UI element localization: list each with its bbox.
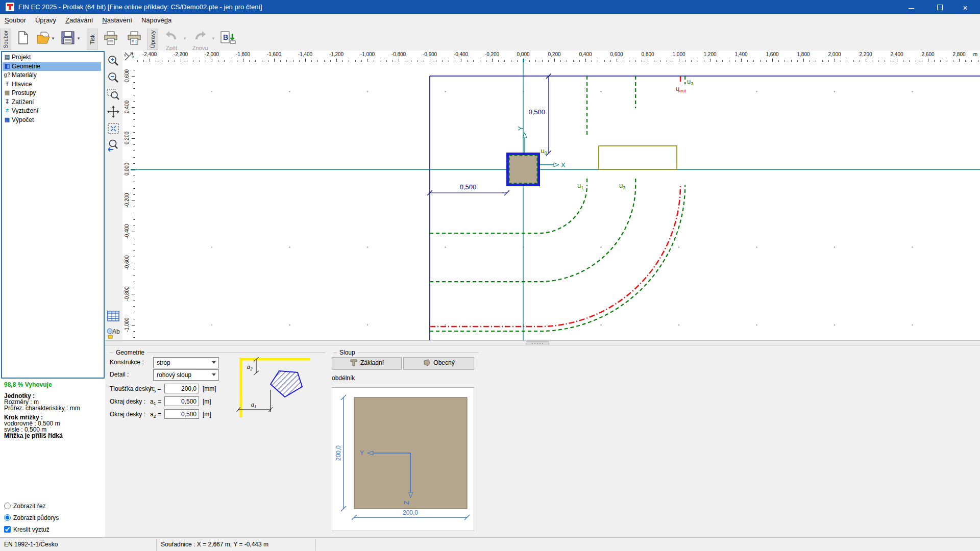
openings-icon: ▦: [3, 89, 12, 96]
sidebar-item-materialy[interactable]: g?Materiály: [3, 71, 101, 80]
save-button[interactable]: [59, 30, 77, 48]
zoom-out-button[interactable]: [106, 71, 121, 86]
window-title: FIN EC 2025 - Protlak (64 bit) [Fine onl…: [18, 3, 262, 11]
zoom-all-button[interactable]: [106, 121, 121, 137]
ruler-tick-label: -1,400: [294, 52, 316, 57]
sidebar-item-prostupy[interactable]: ▦Prostupy: [3, 89, 101, 97]
ruler-tick-label: -2,200: [169, 52, 192, 57]
redo-button[interactable]: Znovu: [190, 30, 210, 48]
sidebar-item-vyztuzeni[interactable]: ≠Vyztužení: [3, 107, 101, 115]
menu-item-soubor[interactable]: Soubor: [0, 14, 31, 27]
ruler-tick-label: -0,600: [124, 253, 130, 273]
radio-zobrazitrez[interactable]: Zobrazit řez: [4, 503, 45, 510]
ruler-tick-label: 0,200: [543, 52, 566, 57]
opening-outline[interactable]: [599, 146, 677, 169]
select-construction[interactable]: strop: [153, 357, 219, 368]
new-file-button[interactable]: [14, 30, 32, 48]
checkbox-input[interactable]: [4, 526, 11, 533]
open-dropdown-arrow[interactable]: ▼: [51, 36, 55, 41]
sidebar-item-projekt[interactable]: ▤Projekt: [3, 53, 101, 62]
view-tool-strip: Ab: [105, 51, 122, 345]
menu-item-napoveda[interactable]: Nápověda: [137, 14, 176, 27]
sidebar-item-vypocet[interactable]: ▦Výpočet: [3, 116, 101, 124]
sidebar-item-label: Vyztužení: [12, 107, 38, 114]
undo-button[interactable]: Zpět: [161, 30, 182, 48]
ruler-tick-label: 0,200: [124, 128, 130, 148]
input-hs[interactable]: 200,0: [164, 384, 199, 393]
ruler-tick-label: -0,800: [124, 284, 130, 304]
column-shape-label: obdélník: [332, 374, 355, 382]
vertical-ruler: 0,6000,4000,2000,000-0,200-0,400-0,600-0…: [122, 62, 136, 340]
control-perimeter-u3[interactable]: [430, 76, 685, 331]
input-a1[interactable]: 0,500: [164, 396, 199, 406]
radio-input[interactable]: [4, 503, 11, 509]
ruler-tick-label: 1,600: [761, 52, 783, 57]
radio-zobrazitpudorys[interactable]: Zobrazit půdorys: [4, 514, 59, 521]
ruler-tick-label: 2,800: [948, 52, 970, 57]
save-dropdown-arrow[interactable]: ▼: [77, 36, 81, 41]
ruler-unit: m: [972, 52, 979, 57]
perimeter-label-u3: u3: [687, 78, 693, 86]
sidebar-item-zatizeni[interactable]: ↧Zatížení: [3, 98, 101, 107]
column-preview: 200,0 200,0 Y Z: [332, 387, 474, 531]
field-label: Okraj desky :: [110, 411, 145, 418]
menu-item-upravy[interactable]: Úpravy: [31, 14, 61, 27]
open-file-button[interactable]: [35, 30, 52, 48]
zoom-out-icon: [106, 71, 120, 85]
unit-label: [m]: [203, 398, 211, 405]
calculation-icon: ▦: [3, 116, 12, 123]
ruler-tick-label: -0,600: [419, 52, 441, 57]
control-perimeter-uout[interactable]: [430, 76, 680, 327]
menu-item-zadavani[interactable]: Zadávání: [61, 14, 97, 27]
chevron-down-icon: [212, 373, 216, 376]
labels-toggle-button[interactable]: Ab: [106, 327, 121, 342]
close-button[interactable]: ×: [953, 0, 977, 14]
ruler-tick-label: -0,800: [387, 52, 410, 57]
report-export-button[interactable]: B: [218, 30, 239, 48]
zoom-all-icon: [106, 121, 120, 136]
perimeter-label-uout: uout: [676, 85, 686, 93]
field-symbol: a1 =: [150, 398, 161, 406]
title-bar: FIN EC 2025 - Protlak (64 bit) [Fine onl…: [0, 0, 980, 14]
column-section[interactable]: [508, 154, 539, 185]
sidebar-item-geometrie[interactable]: ◧Geometrie: [3, 62, 101, 71]
zoom-previous-button[interactable]: [106, 138, 121, 154]
toolbar: Soubor ▼ ▼ Tisk: [0, 27, 980, 51]
input-a2[interactable]: 0,500: [164, 409, 199, 419]
status-bar: EN 1992-1-1/Česko Souřadnice : X = 2,667…: [0, 537, 980, 551]
minimize-button[interactable]: [899, 0, 923, 14]
print-icon: [103, 31, 118, 45]
sidebar-item-label: Geometrie: [12, 63, 40, 70]
menu-bar: SouborÚpravyZadáváníNastaveníNápověda: [0, 14, 980, 27]
results-table-button[interactable]: [106, 310, 121, 325]
undo-dropdown-arrow[interactable]: ▼: [183, 36, 187, 41]
select-detail[interactable]: rohový sloup: [153, 369, 219, 381]
pan-button[interactable]: [106, 105, 121, 120]
ruler-tick-label: 1,000: [668, 52, 690, 57]
zoom-window-icon: [106, 88, 120, 102]
print-button[interactable]: [102, 30, 119, 48]
zoom-in-button[interactable]: [106, 54, 121, 69]
sidebar-item-label: Hlavice: [12, 81, 32, 88]
dimension-label: 0,500: [528, 108, 545, 116]
ruler-tick-label: 2,000: [823, 52, 846, 57]
y-axis-label: Y: [517, 126, 524, 131]
column-preview-drawing: 200,0 200,0 Y Z: [332, 388, 474, 531]
field-label: Detail :: [110, 371, 129, 378]
print-document-button[interactable]: I: [126, 30, 143, 48]
ruler-tick-label: -1,000: [356, 52, 379, 57]
option-label: Zobrazit řez: [13, 503, 45, 510]
zoom-in-icon: [106, 54, 120, 68]
sidebar-item-hlavice[interactable]: ŦHlavice: [3, 80, 101, 89]
maximize-button[interactable]: [928, 0, 951, 14]
checkbox-kreslitvyztuz[interactable]: Kreslit výztuž: [4, 526, 50, 533]
column-basic-button[interactable]: Základní: [332, 357, 402, 370]
radio-input[interactable]: [4, 514, 11, 521]
unit-label: [mm]: [203, 385, 216, 392]
menu-item-nastaveni[interactable]: Nastavení: [97, 14, 137, 27]
drawing-canvas[interactable]: XYu1u2u3uoutu00,5000,500: [135, 62, 980, 340]
column-general-button[interactable]: Obecný: [403, 357, 474, 370]
redo-dropdown-arrow[interactable]: ▼: [211, 36, 215, 41]
zoom-window-button[interactable]: [106, 88, 121, 103]
column-head-icon: Ŧ: [3, 81, 12, 87]
